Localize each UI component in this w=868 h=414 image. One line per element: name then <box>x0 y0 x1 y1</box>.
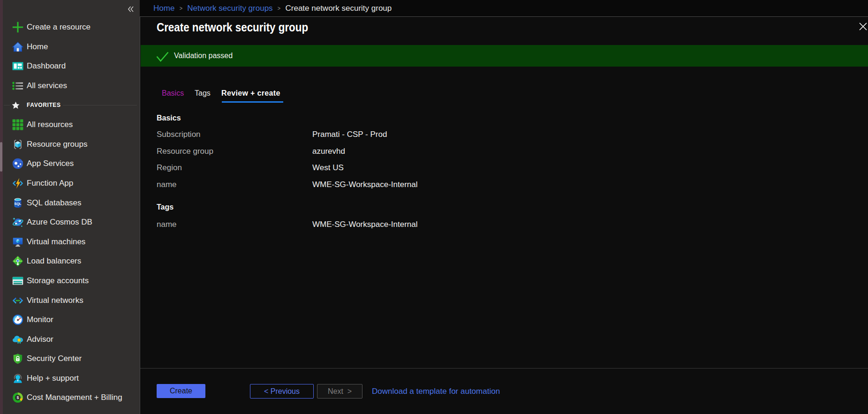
svg-text:$: $ <box>16 395 19 400</box>
svg-text:SQL: SQL <box>15 202 22 206</box>
